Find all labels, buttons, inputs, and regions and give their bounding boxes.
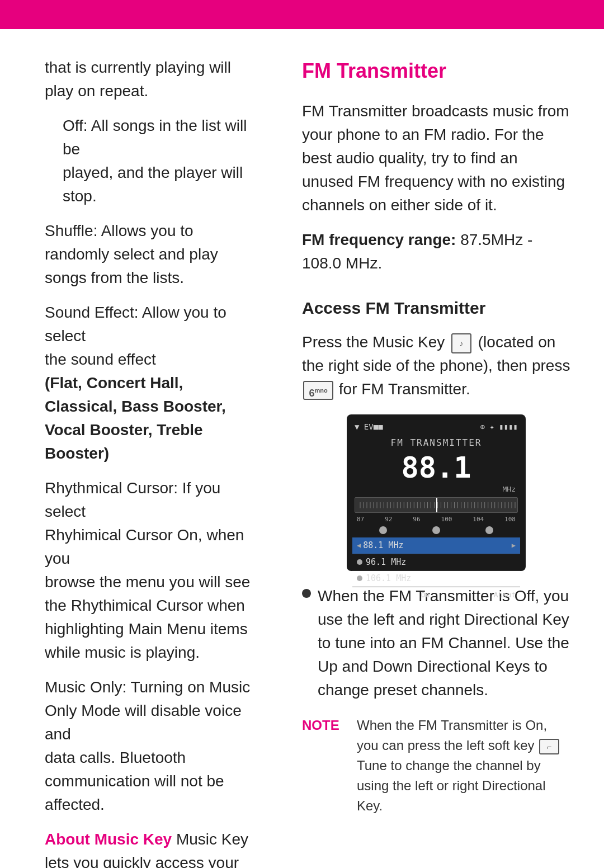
soft-key-icon: ⌐ <box>539 739 559 754</box>
top-bar <box>0 0 604 29</box>
note-text: When the FM Transmitter is On, you can p… <box>357 715 570 816</box>
phone-status-bar: ▼ EV■■ ⊕ ✦ ▮▮▮▮ <box>352 420 520 434</box>
left-column: that is currently playing will play on r… <box>0 56 280 868</box>
bullet-point-1: When the FM Transmitter is Off, you use … <box>302 584 570 702</box>
phone-screen: ▼ EV■■ ⊕ ✦ ▮▮▮▮ FM TRANSMITTER 88.1 MHz … <box>347 414 526 571</box>
phone-mhz-label: MHz <box>352 484 520 495</box>
note-label: NOTE <box>302 715 352 735</box>
para-6: Music Only: Turning on Music Only Mode w… <box>45 676 257 817</box>
phone-frequency-display: 88.1 <box>352 452 520 484</box>
phone-header: FM TRANSMITTER <box>352 436 520 450</box>
right-column: FM Transmitter FM Transmitter broadcasts… <box>280 56 604 868</box>
phone-channel-2: 96.1 MHz <box>352 554 520 571</box>
access-fm-title: Access FM Transmitter <box>302 295 570 320</box>
para-1: that is currently playing will play on r… <box>45 56 257 103</box>
phone-icons-row <box>357 526 516 534</box>
bullet-dot-icon <box>302 589 311 598</box>
phone-icon-2 <box>432 526 440 534</box>
fm-intro: FM Transmitter broadcasts music from you… <box>302 100 570 217</box>
freq-range: FM frequency range: 87.5MHz - 108.0 MHz. <box>302 228 570 275</box>
phone-icon-1 <box>379 526 387 534</box>
press-instructions: Press the Music Key ♪ (located on the ri… <box>302 331 570 401</box>
phone-icon-3 <box>485 526 493 534</box>
music-key-icon: ♪ <box>451 333 471 353</box>
para-3: Shuffle: Allows you to randomly select a… <box>45 219 257 290</box>
about-music-key-para: About Music Key Music Key lets you quick… <box>45 828 257 868</box>
para-5: Rhythmical Cursor: If you select Rhyhimi… <box>45 477 257 664</box>
freq-range-label: FM frequency range: <box>302 231 456 248</box>
phone-freq-bar: ||||||||||||||||||||||||||||||||||||||||… <box>355 497 518 513</box>
note-block: NOTE When the FM Transmitter is On, you … <box>302 715 570 816</box>
para-2: Off: All songs in the list will be playe… <box>63 114 257 208</box>
phone-channel-3: 106.1 MHz <box>352 570 520 587</box>
phone-channel-1: ◀ 88.1 MHz ▶ <box>352 537 520 554</box>
about-music-key-label: About Music Key <box>45 831 172 848</box>
six-key-icon: 6mno <box>303 381 333 400</box>
para-4: Sound Effect: Allow you to select the so… <box>45 301 257 465</box>
phone-bottom-bar: On About <box>352 587 520 601</box>
phone-freq-bar-inner: ||||||||||||||||||||||||||||||||||||||||… <box>355 498 517 512</box>
phone-freq-labels: 87 92 96 100 104 108 <box>352 515 520 525</box>
section-title-fm: FM Transmitter <box>302 56 570 86</box>
